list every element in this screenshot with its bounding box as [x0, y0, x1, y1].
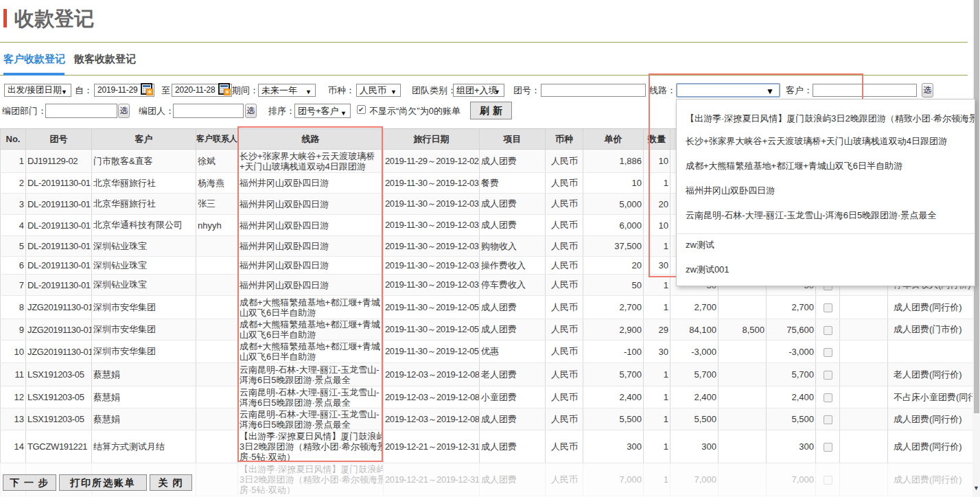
- svg-text:✶: ✶: [147, 89, 152, 95]
- svg-text:✶: ✶: [224, 89, 230, 95]
